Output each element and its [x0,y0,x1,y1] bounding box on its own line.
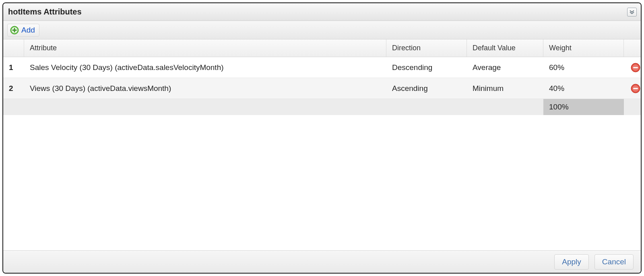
svg-rect-3 [12,29,17,31]
grid-header-row: Attribute Direction Default Value Weight [3,39,641,57]
collapse-button[interactable] [627,8,637,16]
cancel-button[interactable]: Cancel [594,254,634,270]
attributes-grid: Attribute Direction Default Value Weight… [3,39,641,250]
row-default-value: Average [467,57,543,78]
grid-header-direction[interactable]: Direction [386,39,467,57]
row-weight: 60% [543,57,624,78]
svg-rect-6 [633,67,638,68]
remove-row-button[interactable] [631,84,640,93]
grid-body: 1 Sales Velocity (30 Days) (activeData.s… [3,57,641,99]
row-default-value: Minimum [467,78,543,99]
remove-row-button[interactable] [631,63,640,72]
grid-footer-row: 100% [3,99,641,115]
grid-header-default-value[interactable]: Default Value [467,39,543,57]
apply-button[interactable]: Apply [554,254,589,270]
grid-header-attribute[interactable]: Attribute [24,39,386,57]
row-attribute: Views (30 Days) (activeData.viewsMonth) [24,78,386,99]
total-weight: 100% [543,99,624,115]
row-direction: Descending [386,57,467,78]
add-button-label: Add [21,26,35,35]
panel-titlebar: hotItems Attributes [3,3,641,21]
table-row[interactable]: 2 Views (30 Days) (activeData.viewsMonth… [3,78,641,99]
toolbar: Add [3,21,641,39]
grid-header-weight[interactable]: Weight [543,39,624,57]
grid-header-actions [624,39,641,57]
row-attribute: Sales Velocity (30 Days) (activeData.sal… [24,57,386,78]
row-direction: Ascending [386,78,467,99]
add-icon [10,26,19,35]
table-row[interactable]: 1 Sales Velocity (30 Days) (activeData.s… [3,57,641,78]
grid-empty-area [3,115,641,250]
row-index: 2 [3,78,24,99]
row-weight: 40% [543,78,624,99]
panel-title: hotItems Attributes [8,7,82,16]
dialog-button-bar: Apply Cancel [3,250,641,273]
attributes-panel: hotItems Attributes Add [2,2,642,274]
svg-rect-9 [633,88,638,89]
row-index: 1 [3,57,24,78]
grid-header-index [3,39,24,57]
chevron-double-down-icon [629,9,635,15]
add-button[interactable]: Add [7,24,39,37]
